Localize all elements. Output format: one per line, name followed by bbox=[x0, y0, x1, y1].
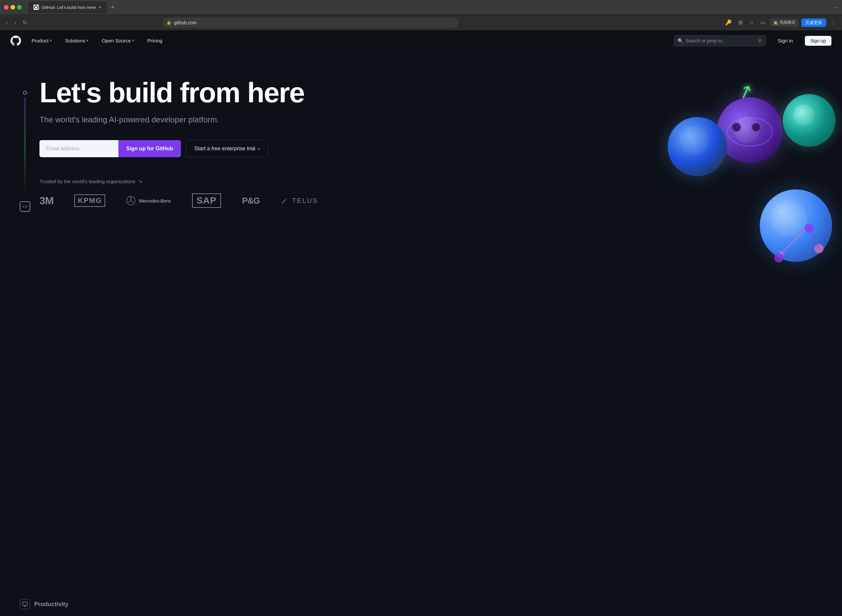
side-progress-line bbox=[25, 97, 25, 196]
signup-button[interactable]: Sign up bbox=[805, 36, 832, 46]
forward-button[interactable]: › bbox=[12, 18, 18, 27]
hero-subtitle: The world's leading AI-powered developer… bbox=[40, 115, 842, 124]
nav-product-label: Product bbox=[32, 38, 49, 43]
tab-bar-overflow[interactable]: ⋯ bbox=[833, 4, 838, 10]
nav-open-source[interactable]: Open Source ▾ bbox=[99, 36, 136, 45]
logo-sap: SAP bbox=[192, 194, 222, 208]
logo-pg: P&G bbox=[242, 196, 260, 206]
search-keyboard-shortcut: / bbox=[757, 38, 763, 43]
search-placeholder-text: Search or jump to... bbox=[686, 38, 755, 43]
hero-title: Let's build from here bbox=[40, 78, 336, 107]
email-input[interactable] bbox=[40, 140, 119, 157]
logo-3m: 3M bbox=[40, 195, 53, 207]
tab-close-button[interactable]: ✕ bbox=[98, 5, 102, 10]
signin-button[interactable]: Sign in bbox=[774, 36, 797, 45]
productivity-section-hint: Productivity bbox=[20, 599, 68, 609]
nav-product[interactable]: Product ▾ bbox=[29, 36, 54, 45]
bookmark-icon[interactable]: ☆ bbox=[747, 18, 756, 27]
github-header: Product ▾ Solutions ▾ Open Source ▾ Pric… bbox=[0, 30, 842, 51]
github-logo[interactable] bbox=[10, 35, 21, 46]
back-button[interactable]: ‹ bbox=[4, 18, 10, 27]
nav-open-source-label: Open Source bbox=[102, 38, 131, 43]
enterprise-trial-button[interactable]: Start a free enterprise trial › bbox=[186, 140, 268, 157]
security-icon: 🔒 bbox=[166, 21, 172, 25]
nav-pricing-label: Pricing bbox=[147, 38, 163, 43]
code-brackets-icon: <> bbox=[22, 204, 28, 209]
hero-cta: Sign up for GitHub Start a free enterpri… bbox=[40, 140, 842, 157]
browser-toolbar-right: 🔑 ⊞ ☆ ▭ 🕵 无痕模式 完成更新 ⋮ bbox=[723, 18, 838, 27]
tab-bar: GitHub: Let's build from here ✕ + bbox=[28, 1, 830, 13]
split-view-icon[interactable]: ▭ bbox=[758, 18, 767, 27]
svg-point-4 bbox=[804, 224, 814, 233]
side-circle-indicator bbox=[23, 91, 27, 95]
productivity-label: Productivity bbox=[34, 601, 68, 608]
logo-telus: TELUS bbox=[280, 197, 318, 205]
productivity-icon bbox=[20, 599, 30, 609]
side-indicator: <> bbox=[20, 91, 30, 212]
side-code-icon: <> bbox=[20, 201, 30, 212]
hero-section: <> Let's build from here The world's lea… bbox=[0, 51, 842, 282]
trusted-section: Trusted by the world's leading organizat… bbox=[40, 178, 842, 208]
nav-pricing[interactable]: Pricing bbox=[145, 36, 165, 45]
svg-point-5 bbox=[814, 244, 824, 253]
maximize-window-button[interactable] bbox=[17, 5, 22, 10]
signup-cta-button[interactable]: Sign up for GitHub bbox=[119, 140, 181, 157]
trusted-logos: 3M KPMG Mercedes-Benz SAP P&G TEL bbox=[40, 194, 842, 208]
traffic-lights bbox=[4, 5, 22, 10]
nav-solutions-label: Solutions bbox=[65, 38, 85, 43]
mercedes-icon bbox=[126, 196, 135, 205]
svg-line-1 bbox=[282, 199, 286, 203]
more-options-icon[interactable]: ⋮ bbox=[829, 18, 838, 27]
tab-title: GitHub: Let's build from here bbox=[41, 5, 96, 10]
browser-chrome: GitHub: Let's build from here ✕ + ⋯ ‹ › … bbox=[0, 0, 842, 30]
reload-button[interactable]: ↻ bbox=[21, 18, 29, 27]
new-tab-button[interactable]: + bbox=[108, 4, 117, 11]
svg-rect-8 bbox=[23, 602, 28, 606]
nav-solutions[interactable]: Solutions ▾ bbox=[63, 36, 91, 45]
github-page: Product ▾ Solutions ▾ Open Source ▾ Pric… bbox=[0, 30, 842, 616]
logo-mercedes-benz: Mercedes-Benz bbox=[126, 196, 171, 205]
git-branch-decoration bbox=[773, 222, 826, 276]
url-text: github.com bbox=[174, 20, 197, 25]
open-source-chevron-icon: ▾ bbox=[132, 38, 134, 43]
incognito-button[interactable]: 🕵 无痕模式 bbox=[770, 18, 799, 26]
update-button[interactable]: 完成更新 bbox=[801, 18, 826, 27]
solutions-chevron-icon: ▾ bbox=[87, 38, 88, 43]
incognito-label: 无痕模式 bbox=[779, 20, 795, 25]
incognito-icon: 🕵 bbox=[773, 21, 778, 25]
svg-line-7 bbox=[809, 228, 819, 249]
svg-point-6 bbox=[774, 253, 783, 263]
search-icon: 🔍 bbox=[678, 38, 683, 43]
close-window-button[interactable] bbox=[4, 5, 9, 10]
logo-kpmg: KPMG bbox=[74, 194, 105, 207]
address-bar[interactable]: 🔒 github.com bbox=[163, 18, 459, 28]
password-manager-icon[interactable]: 🔑 bbox=[723, 18, 734, 27]
search-bar[interactable]: 🔍 Search or jump to... / bbox=[674, 35, 766, 46]
active-tab[interactable]: GitHub: Let's build from here ✕ bbox=[28, 1, 107, 13]
enterprise-trial-label: Start a free enterprise trial bbox=[194, 146, 255, 152]
tab-favicon bbox=[34, 4, 39, 10]
product-chevron-icon: ▾ bbox=[50, 38, 52, 43]
browser-addressbar: ‹ › ↻ 🔒 github.com 🔑 ⊞ ☆ ▭ 🕵 无痕模式 完成更新 ⋮ bbox=[0, 15, 842, 30]
green-arrow-decoration: ↗ bbox=[735, 79, 756, 104]
translate-icon[interactable]: ⊞ bbox=[736, 18, 745, 27]
trusted-arrow-icon: ↘ bbox=[138, 178, 142, 184]
trusted-label: Trusted by the world's leading organizat… bbox=[40, 178, 842, 184]
enterprise-arrow-icon: › bbox=[258, 146, 260, 152]
browser-titlebar: GitHub: Let's build from here ✕ + ⋯ bbox=[0, 0, 842, 15]
email-signup-form: Sign up for GitHub bbox=[40, 140, 181, 157]
svg-line-3 bbox=[779, 229, 806, 255]
minimize-window-button[interactable] bbox=[10, 5, 15, 10]
